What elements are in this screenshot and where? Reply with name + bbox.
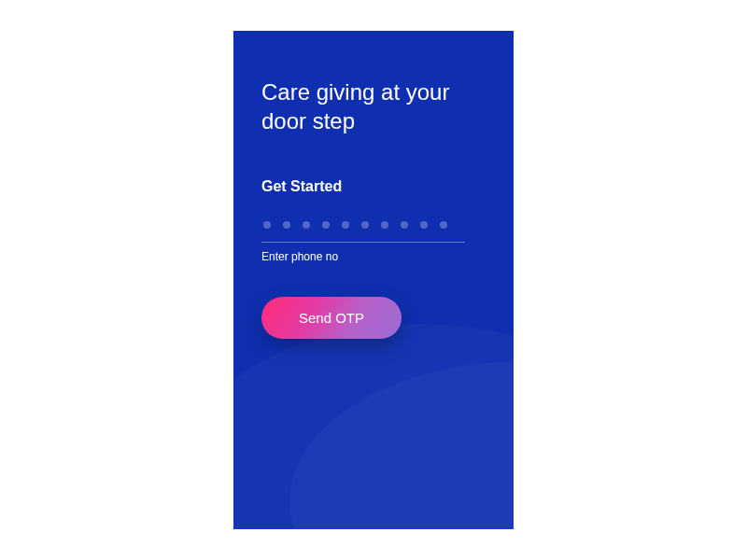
phone-digit-dot (303, 221, 310, 229)
phone-digit-dot (342, 221, 349, 229)
phone-input-helper: Enter phone no (261, 250, 486, 263)
phone-digit-dot (420, 221, 428, 229)
phone-digit-dot (361, 221, 369, 229)
send-otp-button[interactable]: Send OTP (261, 297, 402, 339)
phone-digit-dot (381, 221, 388, 229)
phone-digit-dots (261, 221, 486, 229)
phone-input[interactable] (261, 221, 486, 243)
phone-digit-dot (401, 221, 408, 229)
input-underline (261, 242, 465, 243)
phone-digit-dot (322, 221, 330, 229)
page-title: Care giving at your door step (261, 77, 486, 135)
phone-digit-dot (440, 221, 447, 229)
phone-digit-dot (283, 221, 290, 229)
phone-digit-dot (263, 221, 271, 229)
onboarding-screen: Care giving at your door step Get Starte… (233, 31, 514, 529)
section-subtitle: Get Started (261, 178, 486, 195)
